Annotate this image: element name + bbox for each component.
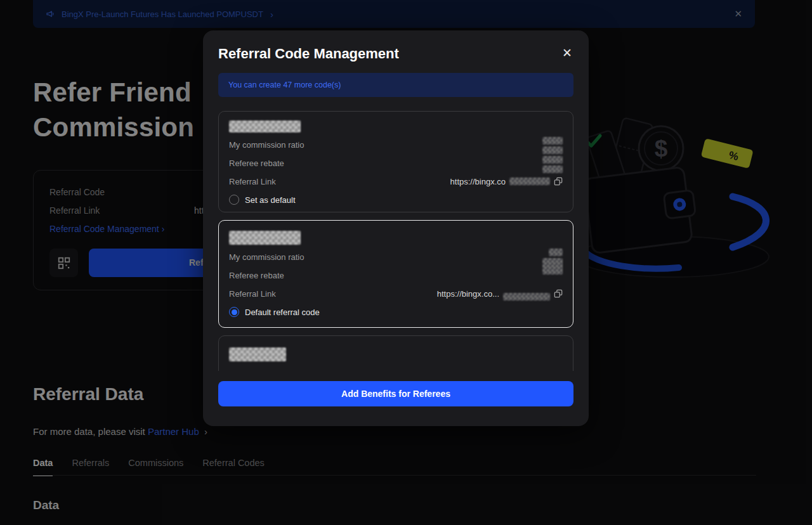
referee-rebate-label: Referee rebate — [229, 159, 284, 168]
referral-code-item-selected: My commission ratio Referee rebate Refer… — [218, 220, 573, 328]
referral-code-item — [218, 335, 573, 371]
copy-icon[interactable] — [554, 289, 563, 298]
set-default-radio[interactable] — [229, 195, 239, 205]
blurred-referral-code — [229, 347, 286, 361]
referral-link-value: https://bingx.co — [450, 177, 506, 186]
set-default-label: Set as default — [245, 195, 296, 205]
set-default-row: Set as default — [229, 195, 563, 205]
blurred-referral-code — [229, 120, 301, 133]
referral-link-label: Referral Link — [229, 177, 276, 186]
blurred-link-part — [503, 293, 550, 301]
referral-code-item: My commission ratio Referee rebate Refer… — [218, 111, 573, 212]
default-code-label: Default referral code — [245, 308, 320, 317]
blurred-values — [542, 137, 563, 173]
referral-code-management-modal: Referral Code Management ✕ You can creat… — [203, 30, 589, 426]
referee-rebate-label: Referee rebate — [229, 271, 284, 280]
modal-title: Referral Code Management — [218, 46, 399, 62]
quota-banner: You can create 47 more code(s) — [218, 73, 573, 97]
blurred-link-part — [509, 178, 550, 185]
add-benefits-button[interactable]: Add Benefits for Referees — [218, 381, 573, 406]
blurred-values — [542, 249, 563, 275]
modal-close-icon[interactable]: ✕ — [561, 46, 573, 60]
default-code-radio[interactable] — [229, 307, 239, 317]
default-code-row: Default referral code — [229, 307, 563, 317]
referral-link-value: https://bingx.co... — [437, 289, 499, 299]
blurred-referral-code — [229, 231, 301, 245]
copy-icon[interactable] — [554, 177, 563, 186]
referral-codes-list[interactable]: My commission ratio Referee rebate Refer… — [218, 111, 573, 371]
commission-ratio-label: My commission ratio — [229, 252, 304, 262]
modal-header: Referral Code Management ✕ — [218, 46, 573, 62]
commission-ratio-label: My commission ratio — [229, 140, 304, 150]
referral-link-label: Referral Link — [229, 289, 276, 299]
